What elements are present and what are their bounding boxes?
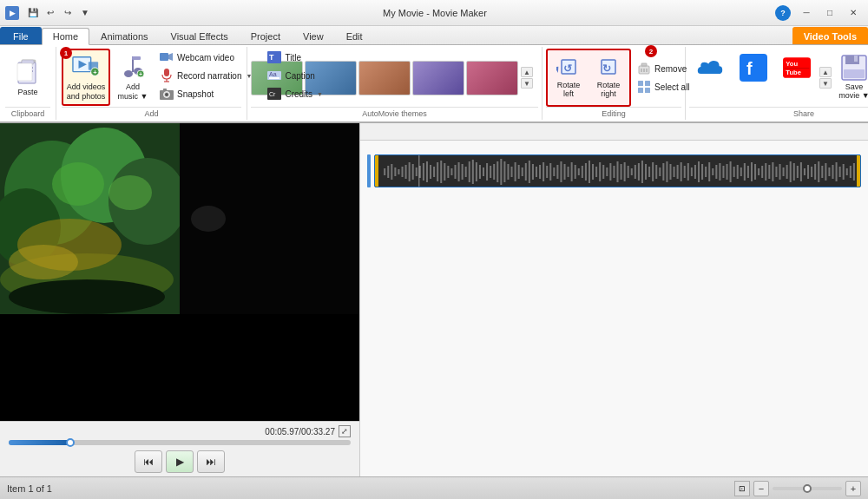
editing-group: 2 ↺ Rotate left [542, 47, 686, 120]
paste-button[interactable]: Paste [5, 49, 50, 106]
title-bar: ▶ 💾 ↩ ↪ ▼ My Movie - Movie Maker ? ─ □ ✕ [0, 0, 868, 26]
svg-rect-89 [430, 165, 431, 179]
help-button[interactable]: ? [775, 5, 791, 21]
svg-rect-107 [493, 164, 495, 180]
svg-rect-187 [775, 167, 777, 177]
svg-rect-181 [754, 164, 756, 180]
svg-rect-143 [621, 164, 622, 180]
track-start-marker [375, 155, 378, 187]
step-back-button[interactable]: ⏮ [135, 450, 162, 473]
zoom-in-button[interactable]: + [845, 481, 861, 496]
play-button[interactable]: ▶ [166, 450, 194, 473]
editing-label: Editing [546, 107, 681, 118]
svg-rect-208 [850, 166, 852, 178]
badge-1: 1 [60, 47, 72, 59]
svg-rect-174 [730, 161, 732, 182]
seek-bar[interactable] [9, 440, 351, 445]
facebook-button[interactable]: f [733, 51, 774, 105]
minimize-button[interactable]: ─ [795, 4, 818, 22]
svg-rect-151 [648, 167, 650, 177]
record-narration-label: Record narration [177, 71, 241, 81]
snapshot-button[interactable]: Snapshot [155, 85, 256, 102]
svg-rect-125 [556, 165, 558, 179]
tab-view[interactable]: View [292, 27, 335, 44]
record-narration-button[interactable]: Record narration ▼ [155, 67, 256, 84]
svg-rect-152 [652, 162, 654, 181]
svg-rect-111 [507, 164, 509, 180]
svg-rect-185 [768, 165, 770, 179]
webcam-video-button[interactable]: Webcam video [155, 49, 256, 66]
tab-visual-effects[interactable]: Visual Effects [160, 27, 240, 44]
add-music-button[interactable]: + Addmusic ▼ [114, 49, 152, 106]
rotate-right-button[interactable]: ↻ Rotate right [589, 52, 628, 101]
webcam-label: Webcam video [177, 53, 234, 62]
remove-button[interactable]: Remove [633, 60, 694, 77]
zoom-out-button[interactable]: − [753, 481, 769, 496]
add-videos-label: Add videosand photos [67, 82, 106, 102]
theme-4[interactable] [412, 61, 464, 95]
theme-5[interactable] [466, 61, 518, 95]
expand-icon[interactable]: ⤢ [339, 425, 351, 437]
rotate-left-label: Rotate left [557, 81, 581, 98]
redo-quick-btn[interactable]: ↪ [60, 5, 76, 21]
zoom-thumb [803, 484, 812, 493]
add-music-icon: + [119, 53, 147, 81]
svg-rect-168 [708, 162, 710, 181]
svg-rect-204 [836, 162, 838, 181]
save-movie-label: Savemovie ▼ [838, 82, 868, 100]
svg-rect-114 [518, 165, 520, 179]
svg-text:You: You [786, 60, 798, 68]
tab-project[interactable]: Project [240, 27, 292, 44]
tab-video-tools[interactable]: Video Tools [792, 27, 868, 44]
caption-button[interactable]: Aa Caption [263, 67, 327, 84]
svg-rect-162 [687, 163, 689, 181]
svg-rect-164 [694, 165, 696, 179]
tab-file[interactable]: File [0, 27, 42, 44]
fit-screen-button[interactable]: ⊡ [734, 481, 750, 496]
svg-rect-26 [163, 89, 167, 91]
svg-rect-124 [553, 167, 555, 176]
credits-button[interactable]: Cr Credits ▼ [263, 85, 327, 102]
theme-3[interactable] [358, 61, 411, 95]
svg-rect-94 [447, 166, 449, 178]
tab-animations[interactable]: Animations [89, 27, 159, 44]
svg-rect-192 [793, 163, 795, 181]
svg-rect-176 [737, 165, 739, 179]
tab-home[interactable]: Home [42, 28, 89, 45]
facebook-icon: f [740, 54, 767, 82]
maximize-button[interactable]: □ [819, 4, 841, 22]
svg-rect-118 [532, 164, 534, 180]
status-right: ⊡ − + [734, 481, 861, 496]
add-group: 1 + Add videosand photos [56, 47, 247, 120]
svg-rect-180 [751, 162, 753, 181]
svg-rect-109 [500, 159, 502, 185]
svg-rect-175 [733, 167, 735, 177]
svg-rect-126 [560, 161, 562, 182]
track-end-marker [857, 155, 860, 187]
share-scroll-up[interactable]: ▲ [819, 67, 832, 77]
rotate-left-button[interactable]: ↺ Rotate left [549, 52, 588, 101]
undo-quick-btn[interactable]: ↩ [43, 5, 58, 21]
svg-point-71 [9, 245, 78, 279]
svg-rect-163 [691, 167, 693, 176]
youtube-button[interactable]: You You Tube [776, 51, 818, 105]
svg-rect-136 [595, 167, 597, 177]
save-movie-button[interactable]: Savemovie ▼ [833, 51, 868, 105]
onedrive-button[interactable] [689, 51, 731, 105]
save-quick-btn[interactable]: 💾 [25, 5, 41, 21]
share-scroll-down[interactable]: ▼ [819, 78, 832, 89]
timeline-track[interactable] [374, 154, 861, 187]
title-button[interactable]: T Title [263, 49, 327, 66]
close-button[interactable]: ✕ [842, 4, 865, 22]
rotate-left-icon: ↺ [556, 55, 581, 79]
select-all-button[interactable]: Select all [633, 78, 694, 95]
tab-edit[interactable]: Edit [335, 27, 374, 44]
svg-rect-116 [525, 163, 527, 181]
customize-quick-btn[interactable]: ▼ [77, 5, 93, 21]
svg-rect-120 [539, 165, 541, 179]
step-forward-button[interactable]: ⏭ [197, 450, 225, 473]
zoom-slider[interactable] [773, 487, 842, 490]
themes-scroll-down[interactable]: ▼ [521, 78, 533, 89]
quick-access-toolbar: 💾 ↩ ↪ ▼ [25, 5, 93, 21]
themes-scroll-up[interactable]: ▲ [521, 67, 533, 77]
